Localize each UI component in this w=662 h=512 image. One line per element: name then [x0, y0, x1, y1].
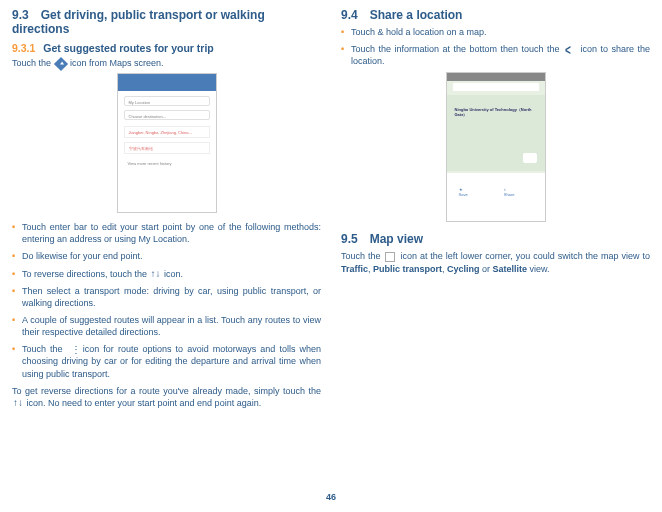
bullet-item: Do likewise for your end point.: [12, 250, 321, 262]
right-column: 9.4Share a location Touch & hold a locat…: [341, 8, 650, 413]
page-number: 46: [326, 492, 336, 502]
heading-9-5: 9.5Map view: [341, 232, 650, 246]
swap-icon: ↑↓: [13, 398, 23, 408]
heading-9-3-1: 9.3.1Get suggested routes for your trip: [12, 42, 321, 54]
overflow-icon: [68, 345, 78, 355]
directions-icon: [53, 57, 67, 71]
maps-directions-screenshot: My Location Choose destination... Jiangb…: [117, 73, 217, 213]
layers-icon: [385, 252, 395, 262]
body-9-5: Touch the icon at the left lower corner,…: [341, 250, 650, 274]
heading-9-3: 9.3Get driving, public transport or walk…: [12, 8, 321, 36]
bullet-item: Touch the information at the bottom then…: [341, 43, 650, 67]
bullet-item: To reverse directions, touch the ↑↓ icon…: [12, 268, 321, 280]
left-column: 9.3Get driving, public transport or walk…: [12, 8, 321, 413]
bullet-item: Touch the icon for route options to avoi…: [12, 343, 321, 379]
bullets-9-4: Touch & hold a location on a map. Touch …: [341, 26, 650, 67]
touch-icon-text: Touch the icon from Maps screen.: [12, 57, 321, 69]
share-icon: [565, 45, 575, 55]
share-location-screenshot: Ningbo University of Technology（North Ga…: [446, 72, 546, 222]
footer-text-9-3: To get reverse directions for a route yo…: [12, 385, 321, 409]
swap-icon: ↑↓: [151, 269, 161, 279]
bullets-9-3: Touch enter bar to edit your start point…: [12, 221, 321, 380]
heading-9-4: 9.4Share a location: [341, 8, 650, 22]
bullet-item: Touch & hold a location on a map.: [341, 26, 650, 38]
bullet-item: Then select a transport mode: driving by…: [12, 285, 321, 309]
bullet-item: A couple of suggested routes will appear…: [12, 314, 321, 338]
bullet-item: Touch enter bar to edit your start point…: [12, 221, 321, 245]
